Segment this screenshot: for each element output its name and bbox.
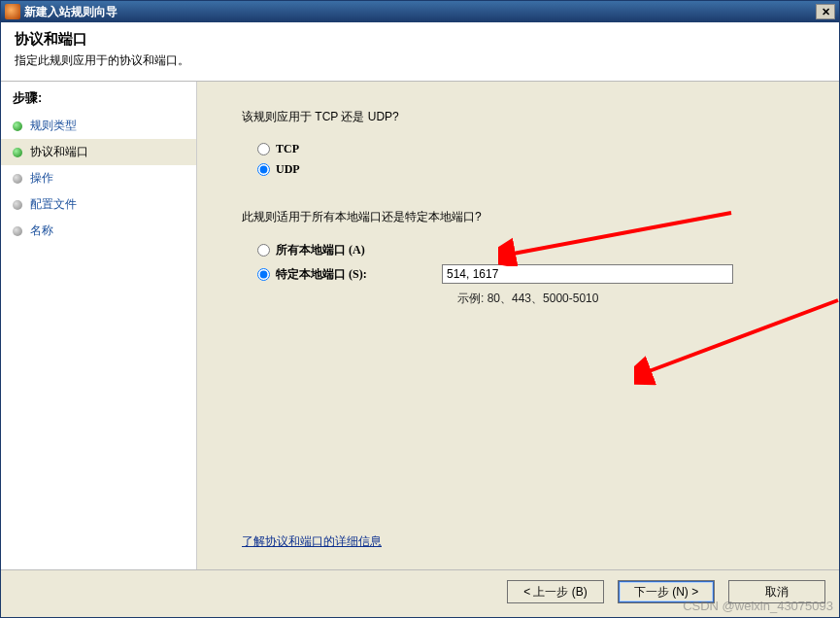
page-subtitle: 指定此规则应用于的协议和端口。 — [15, 52, 825, 69]
protocol-options: TCP UDP — [257, 139, 820, 180]
option-all-ports[interactable]: 所有本地端口 (A) — [257, 239, 820, 261]
step-label: 规则类型 — [30, 118, 77, 134]
radio-tcp[interactable] — [257, 143, 270, 155]
annotation-arrow-icon — [634, 295, 840, 393]
titlebar: 新建入站规则向导 ✕ — [1, 1, 839, 22]
step-label: 配置文件 — [30, 196, 77, 213]
bullet-icon — [13, 226, 22, 236]
page-title: 协议和端口 — [15, 30, 825, 49]
wizard-body: 步骤: 规则类型 协议和端口 操作 配置文件 名称 — [1, 82, 839, 569]
port-options: 所有本地端口 (A) 特定本地端口 (S): 示例: 80、443、5000-5… — [257, 239, 820, 307]
bullet-icon — [13, 174, 22, 184]
step-label: 操作 — [30, 170, 53, 187]
firewall-icon — [5, 4, 20, 19]
label-udp: UDP — [276, 162, 300, 177]
svg-line-1 — [644, 300, 838, 373]
option-udp[interactable]: UDP — [257, 159, 820, 180]
step-name[interactable]: 名称 — [1, 218, 196, 244]
option-specific-ports[interactable]: 特定本地端口 (S): — [257, 261, 820, 287]
window-title: 新建入站规则向导 — [24, 4, 816, 20]
page-header: 协议和端口 指定此规则应用于的协议和端口。 — [1, 22, 839, 82]
step-label: 名称 — [30, 223, 53, 239]
cancel-button[interactable]: 取消 — [728, 580, 825, 603]
label-tcp: TCP — [276, 142, 299, 156]
next-button[interactable]: 下一步 (N) > — [618, 580, 715, 603]
radio-all-ports[interactable] — [257, 244, 270, 257]
wizard-footer: < 上一步 (B) 下一步 (N) > 取消 — [1, 569, 839, 617]
ports-example: 示例: 80、443、5000-5010 — [457, 291, 820, 307]
option-tcp[interactable]: TCP — [257, 139, 820, 159]
bullet-icon — [13, 200, 22, 210]
label-all-ports: 所有本地端口 (A) — [276, 242, 365, 258]
steps-heading: 步骤: — [1, 89, 196, 113]
step-action[interactable]: 操作 — [1, 165, 196, 191]
bullet-icon — [13, 121, 22, 131]
specific-ports-input[interactable] — [442, 264, 733, 284]
step-protocol-ports[interactable]: 协议和端口 — [1, 139, 196, 165]
bullet-icon — [13, 148, 22, 157]
radio-specific-ports[interactable] — [257, 268, 270, 281]
step-label: 协议和端口 — [30, 144, 88, 160]
learn-more: 了解协议和端口的详细信息 — [242, 533, 820, 550]
close-icon: ✕ — [822, 6, 830, 18]
label-specific-ports: 特定本地端口 (S): — [276, 266, 367, 283]
wizard-window: 新建入站规则向导 ✕ 协议和端口 指定此规则应用于的协议和端口。 步骤: 规则类… — [0, 0, 840, 618]
learn-more-link[interactable]: 了解协议和端口的详细信息 — [242, 534, 382, 548]
step-profile[interactable]: 配置文件 — [1, 191, 196, 218]
back-button[interactable]: < 上一步 (B) — [507, 580, 604, 603]
question-protocol: 该规则应用于 TCP 还是 UDP? — [242, 109, 820, 125]
step-rule-type[interactable]: 规则类型 — [1, 113, 196, 139]
question-ports: 此规则适用于所有本地端口还是特定本地端口? — [242, 209, 820, 225]
main-panel: 该规则应用于 TCP 还是 UDP? TCP UDP 此规则适用于所有本地端口还… — [197, 82, 839, 569]
radio-udp[interactable] — [257, 163, 270, 176]
close-button[interactable]: ✕ — [816, 4, 835, 19]
steps-sidebar: 步骤: 规则类型 协议和端口 操作 配置文件 名称 — [1, 82, 197, 569]
